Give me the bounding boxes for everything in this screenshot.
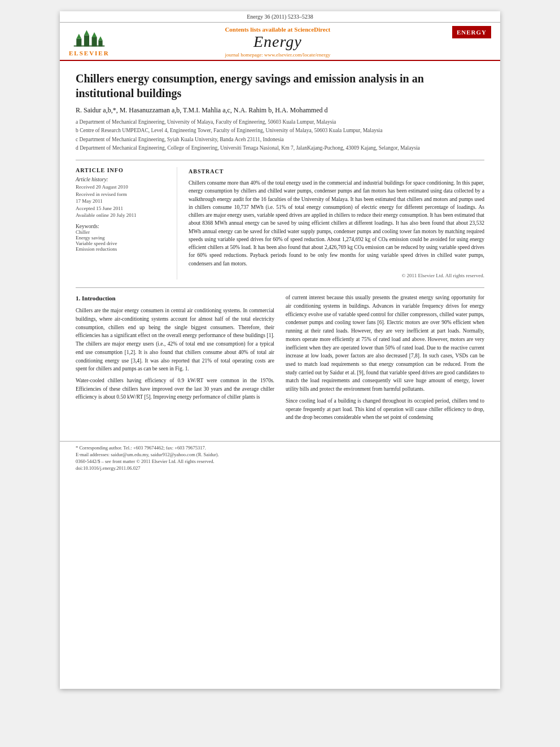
- affiliations: a Department of Mechanical Engineering, …: [76, 118, 484, 152]
- page: Energy 36 (2011) 5233–5238 ELSEVIER Cont: [60, 11, 500, 689]
- elsevier-text: ELSEVIER: [69, 50, 110, 56]
- available-date: Available online 20 July 2011: [76, 212, 169, 219]
- intro-para-3: of current interest because this usually…: [286, 294, 484, 394]
- article-title: Chillers energy consumption, energy savi…: [76, 71, 484, 101]
- abstract-heading: ABSTRACT: [189, 167, 484, 176]
- footer-doi: doi:10.1016/j.energy.2011.06.027: [76, 465, 484, 471]
- svg-rect-1: [84, 35, 89, 46]
- body-col-right: of current interest because this usually…: [286, 294, 484, 425]
- svg-marker-6: [91, 32, 97, 37]
- keyword-3: Emission reductions: [76, 246, 169, 252]
- keyword-1: Energy saving: [76, 235, 169, 241]
- svg-rect-8: [74, 46, 105, 47]
- affiliation-b: b Centre of Research UMPEDAC, Level 4, E…: [76, 126, 484, 134]
- journal-meta-line: Energy 36 (2011) 5233–5238: [60, 11, 500, 23]
- article-info-heading: ARTICLE INFO: [76, 167, 169, 173]
- footer-email: E-mail addresses: saidur@um.edu.my, said…: [76, 452, 484, 457]
- abstract-block: ABSTRACT Chillers consume more than 40% …: [189, 167, 484, 279]
- keywords-label: Keywords:: [76, 224, 169, 229]
- journal-citation: Energy 36 (2011) 5233–5238: [247, 14, 313, 20]
- keywords-block: Keywords: Chiller Energy saving Variable…: [76, 224, 169, 252]
- intro-para-2: Water-cooled chillers having efficiency …: [76, 377, 274, 401]
- article-info-abstract: ARTICLE INFO Article history: Received 2…: [76, 160, 484, 279]
- body-two-col: 1. Introduction Chillers are the major e…: [76, 294, 484, 425]
- history-label: Article history:: [76, 177, 169, 182]
- sciencedirect-link: Contents lists available at ScienceDirec…: [110, 26, 446, 33]
- revised-label: Received in revised form: [76, 191, 169, 198]
- energy-badge: ENERGY: [452, 26, 491, 38]
- svg-marker-5: [84, 30, 89, 35]
- article-history: Article history: Received 20 August 2010…: [76, 177, 169, 219]
- svg-rect-2: [91, 37, 97, 46]
- affiliation-c: c Department of Mechanical Engineering, …: [76, 136, 484, 143]
- keyword-0: Chiller: [76, 229, 169, 235]
- affiliation-d: d Department of Mechanical Engineering, …: [76, 144, 484, 152]
- journal-name: Energy: [110, 33, 446, 51]
- body-col-left: 1. Introduction Chillers are the major e…: [76, 294, 274, 425]
- intro-para-4: Since cooling load of a building is chan…: [286, 397, 484, 422]
- introduction-heading: 1. Introduction: [76, 294, 274, 303]
- footer-corresponding: * Corresponding author. Tel.: +603 79674…: [76, 445, 484, 451]
- abstract-text: Chillers consume more than 40% of the to…: [189, 179, 484, 268]
- journal-center-header: Contents lists available at ScienceDirec…: [110, 26, 446, 58]
- journal-url-link[interactable]: www.elsevier.com/locate/energy: [264, 52, 330, 58]
- section-divider: [76, 287, 484, 288]
- svg-marker-7: [98, 36, 102, 40]
- intro-para-1: Chillers are the major energy consumers …: [76, 307, 274, 373]
- journal-header: ELSEVIER Contents lists available at Sci…: [60, 23, 500, 60]
- journal-homepage: journal homepage: www.elsevier.com/locat…: [110, 52, 446, 58]
- article-content: Chillers energy consumption, energy savi…: [60, 61, 500, 435]
- sciencedirect-brand: ScienceDirect: [294, 26, 330, 33]
- energy-logo-block: ENERGY: [446, 26, 491, 38]
- elsevier-logo: ELSEVIER: [69, 26, 110, 56]
- authors-text: R. Saidur a,b,*, M. Hasanuzzaman a,b, T.…: [76, 106, 327, 114]
- accepted-date: Accepted 15 June 2011: [76, 205, 169, 212]
- received-date: Received 20 August 2010: [76, 184, 169, 191]
- copyright: © 2011 Elsevier Ltd. All rights reserved…: [189, 272, 484, 280]
- keyword-2: Variable speed drive: [76, 241, 169, 246]
- affiliation-a: a Department of Mechanical Engineering, …: [76, 118, 484, 126]
- elsevier-tree-icon: [72, 26, 106, 49]
- svg-rect-0: [76, 39, 81, 47]
- revised-date: 17 May 2011: [76, 198, 169, 205]
- svg-marker-4: [76, 34, 81, 39]
- footer-issn: 0360-5442/$ – see front matter © 2011 El…: [76, 458, 484, 464]
- page-footer: * Corresponding author. Tel.: +603 79674…: [60, 441, 500, 475]
- article-info-block: ARTICLE INFO Article history: Received 2…: [76, 167, 177, 279]
- authors: R. Saidur a,b,*, M. Hasanuzzaman a,b, T.…: [76, 106, 484, 115]
